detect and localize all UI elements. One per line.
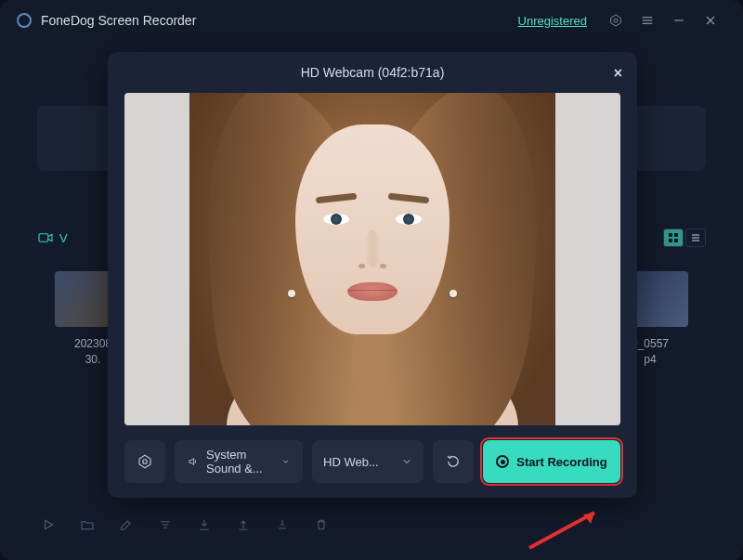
record-icon (496, 455, 509, 468)
svg-point-21 (143, 460, 148, 464)
view-grid-button[interactable] (663, 228, 684, 247)
filter-icon[interactable] (158, 517, 173, 536)
video-filter-tab[interactable]: V (37, 231, 68, 245)
folder-icon[interactable] (80, 517, 95, 536)
settings-hex-icon[interactable] (607, 12, 624, 29)
modal-title: HD Webcam (04f2:b71a) (301, 65, 445, 80)
svg-rect-8 (39, 234, 48, 241)
share-icon[interactable] (236, 517, 251, 536)
modal-title-bar: HD Webcam (04f2:b71a) × (108, 52, 637, 93)
svg-marker-0 (611, 15, 621, 26)
webcam-modal: HD Webcam (04f2:b71a) × (108, 52, 637, 498)
svg-rect-9 (669, 233, 672, 237)
modal-controls: System Sound &... HD Web... Start Record… (124, 440, 620, 483)
play-icon[interactable] (41, 517, 56, 536)
modal-close-icon[interactable]: × (614, 65, 622, 82)
chevron-down-icon (401, 456, 412, 467)
rename-icon[interactable] (119, 517, 134, 536)
camera-source-select[interactable]: HD Web... (312, 440, 424, 483)
audio-source-select[interactable]: System Sound &... (175, 440, 303, 483)
reset-button[interactable] (433, 440, 474, 483)
start-recording-label: Start Recording (516, 455, 607, 469)
svg-rect-10 (674, 233, 678, 237)
menu-icon[interactable] (639, 12, 656, 29)
camera-source-label: HD Web... (323, 455, 379, 469)
chevron-down-icon (281, 456, 290, 467)
cut-icon[interactable] (275, 517, 290, 536)
svg-point-1 (614, 19, 618, 22)
bottom-toolbar (17, 507, 726, 546)
title-bar: FoneDog Screen Recorder Unregistered (0, 0, 743, 41)
download-icon[interactable] (197, 517, 212, 536)
minimize-icon[interactable] (671, 12, 687, 29)
unregistered-link[interactable]: Unregistered (518, 14, 587, 28)
webcam-preview (124, 93, 620, 425)
svg-rect-11 (669, 239, 672, 242)
close-icon[interactable] (702, 12, 719, 29)
app-window: FoneDog Screen Recorder Unregistered Vid… (0, 0, 743, 560)
svg-marker-20 (139, 455, 150, 468)
recorder-settings-button[interactable] (124, 440, 165, 483)
trash-icon[interactable] (314, 517, 329, 536)
svg-marker-16 (46, 520, 53, 528)
app-title: FoneDog Screen Recorder (41, 13, 196, 28)
app-logo-icon (17, 13, 32, 28)
view-list-button[interactable] (685, 228, 706, 247)
start-recording-button[interactable]: Start Recording (483, 440, 620, 483)
audio-source-label: System Sound &... (206, 448, 281, 475)
file-name-label: 202308 30. (74, 336, 111, 368)
svg-rect-12 (674, 239, 678, 242)
